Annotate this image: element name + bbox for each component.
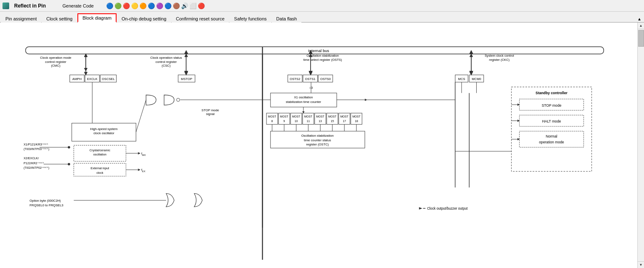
toolbar-icon-12[interactable]: 🔴 bbox=[198, 3, 205, 9]
svg-rect-34 bbox=[520, 131, 584, 148]
svg-marker-39 bbox=[138, 152, 141, 155]
ext-input-label: External input bbox=[91, 166, 109, 170]
x2-pin-label: X2/EXCLK/ bbox=[24, 156, 39, 160]
crystal-label2: oscillation bbox=[93, 153, 107, 156]
toolbar-icon-9[interactable]: 🟤 bbox=[173, 3, 180, 9]
most18-num: 18 bbox=[355, 120, 358, 123]
normal-op-label2: operation mode bbox=[539, 140, 564, 144]
scroll-thumb[interactable] bbox=[638, 30, 644, 47]
label-sys-clock: System clock control bbox=[485, 54, 514, 58]
osts1-label: OSTS1 bbox=[305, 77, 316, 81]
x1-osc-label2: stabilization time counter bbox=[286, 100, 321, 104]
toolbar-icon-6[interactable]: 🔵 bbox=[148, 3, 155, 9]
svg-marker-3 bbox=[184, 50, 188, 54]
toolbar-icon-3[interactable]: 🔴 bbox=[123, 3, 130, 9]
scroll-up-tab[interactable]: ▲ bbox=[636, 16, 643, 22]
halt-mode-label: HALT mode bbox=[542, 119, 561, 123]
most18-label: MOST bbox=[352, 115, 360, 118]
osc-stab-status-label2: time counter status bbox=[304, 138, 331, 142]
toolbar-icon-11[interactable]: ⬜ bbox=[189, 3, 196, 9]
stop-mode-label: STOP mode bbox=[542, 103, 561, 108]
most11-num: 11 bbox=[307, 120, 310, 123]
diagram-area[interactable]: Internal bus Clock operation mode contro… bbox=[0, 23, 637, 268]
most8-num: 8 bbox=[271, 120, 273, 123]
fex-label: fEX bbox=[141, 168, 145, 173]
oscsel-label: OSCSEL bbox=[102, 77, 115, 81]
toolbar-icons: 🔵 🟢 🔴 🟡 🟠 🔵 🟣 🔵 🟤 🔊 ⬜ 🔴 bbox=[106, 3, 205, 9]
tab-pin-assignment[interactable]: Pin assignment bbox=[1, 15, 41, 23]
fx-label: fMX bbox=[141, 152, 146, 156]
svg-point-45 bbox=[68, 163, 70, 165]
svg-line-76 bbox=[136, 100, 146, 132]
svg-point-20 bbox=[177, 98, 180, 102]
label-clock-op-status3: (CSC) bbox=[162, 64, 171, 68]
mcs-label: MCS bbox=[458, 77, 465, 81]
toolbar-icon-5[interactable]: 🟠 bbox=[139, 3, 147, 9]
scrollbar-vertical[interactable]: ▲ ▼ bbox=[637, 23, 644, 268]
tab-safety-functions[interactable]: Safety functions bbox=[229, 15, 271, 23]
scroll-track[interactable] bbox=[638, 29, 644, 268]
ext-input-label2: clock bbox=[97, 171, 104, 175]
svg-marker-9 bbox=[469, 50, 473, 54]
scroll-down-arrow[interactable]: ▼ bbox=[638, 261, 644, 268]
label-osc-stab-time2: time select register (OSTS) bbox=[303, 58, 342, 62]
tab-block-diagram[interactable]: Block diagram bbox=[77, 13, 117, 23]
label-sys-clock2: register (CKC) bbox=[489, 58, 510, 62]
toolbar-icon-4[interactable]: 🟡 bbox=[131, 3, 138, 9]
most17-num: 17 bbox=[343, 120, 346, 123]
most10-num: 10 bbox=[295, 120, 298, 123]
app-window: Reflect in Pin Generate Code 🔵 🟢 🔴 🟡 🟠 🔵… bbox=[0, 0, 644, 268]
option-byte-label: Option byte (000C2H) bbox=[30, 199, 61, 203]
most15-num: 15 bbox=[331, 120, 334, 123]
tab-data-flash[interactable]: Data flash bbox=[272, 15, 302, 23]
amph-label: AMPH bbox=[72, 77, 82, 81]
x2-pin-label2: P122/KR2⁺ᵉᵃᶜᵏ bbox=[24, 161, 44, 165]
high-speed-label: High-speed system bbox=[90, 127, 118, 131]
toolbar-icon-7[interactable]: 🟣 bbox=[156, 3, 163, 9]
label-clock-op-status2: control register bbox=[156, 60, 177, 64]
most13-num: 13 bbox=[319, 120, 322, 123]
most8-label: MOST bbox=[268, 115, 276, 118]
toolbar-icon-1[interactable]: 🔵 bbox=[106, 3, 113, 9]
x1-osc-label: X1 oscillation bbox=[294, 95, 313, 99]
menu-bar: Generate Code bbox=[59, 3, 97, 9]
clock-output-label: Clock output/buzzer output bbox=[427, 207, 468, 210]
high-speed-label2: clock oscillator bbox=[93, 131, 114, 135]
most17-label: MOST bbox=[340, 115, 348, 118]
most13-label: MOST bbox=[316, 115, 325, 118]
scroll-up-arrow[interactable]: ▲ bbox=[638, 23, 644, 29]
label-osc-stab-time: Oscillation stabilization bbox=[306, 54, 339, 58]
most9-label: MOST bbox=[280, 115, 288, 118]
tab-onchip-debug[interactable]: On-chip debug setting bbox=[117, 15, 171, 23]
osts2-label: OSTS2 bbox=[290, 77, 300, 81]
exclk-label: EXCLK bbox=[87, 77, 98, 81]
x1-pin-label2: (TI03/INTP03⁺ᵉᵃᶜᵏ) bbox=[24, 147, 50, 151]
crystal-label: Crystal/ceramic bbox=[90, 148, 110, 152]
option-byte-label2: FRQSEL0 to FRQSEL3 bbox=[30, 203, 63, 207]
stop-mode-signal-label2: signal bbox=[206, 112, 214, 116]
svg-rect-31 bbox=[511, 87, 592, 172]
tab-clock-setting[interactable]: Clock setting bbox=[42, 15, 77, 23]
svg-marker-47 bbox=[419, 207, 423, 210]
x1-pin-label: X1/P121/KR3⁺ᵉᵃᶜᵏ bbox=[24, 143, 49, 146]
most15-label: MOST bbox=[328, 115, 337, 118]
standby-ctrl-label: Standby controller bbox=[536, 91, 568, 95]
osts0-label: OSTS0 bbox=[320, 77, 331, 81]
tab-confirming-reset[interactable]: Confirming reset source bbox=[172, 15, 229, 23]
main-content: Internal bus Clock operation mode contro… bbox=[0, 23, 644, 268]
tabs-bar: Pin assignment Clock setting Block diagr… bbox=[0, 12, 644, 23]
title-bar: Reflect in Pin Generate Code 🔵 🟢 🔴 🟡 🟠 🔵… bbox=[0, 0, 644, 12]
app-title: Reflect in Pin bbox=[14, 3, 46, 9]
label-clock-op-mode2: control register bbox=[45, 60, 66, 64]
toolbar-icon-8[interactable]: 🔵 bbox=[164, 3, 172, 9]
osc-stab-status-label3: register (OSTC) bbox=[306, 143, 329, 146]
app-icon bbox=[2, 3, 9, 9]
stop-mode-signal-label: STOP mode bbox=[201, 108, 219, 112]
label-clock-op-status: Clock operation status bbox=[150, 56, 182, 60]
mcm0-label: MCM0 bbox=[472, 77, 481, 81]
menu-generate-code[interactable]: Generate Code bbox=[59, 3, 97, 9]
normal-op-label: Normal bbox=[546, 134, 557, 138]
toolbar-icon-10[interactable]: 🔊 bbox=[181, 3, 188, 9]
toolbar-icon-2[interactable]: 🟢 bbox=[114, 3, 122, 9]
osc-stab-status-label: Oscillation stabilization bbox=[301, 134, 334, 138]
